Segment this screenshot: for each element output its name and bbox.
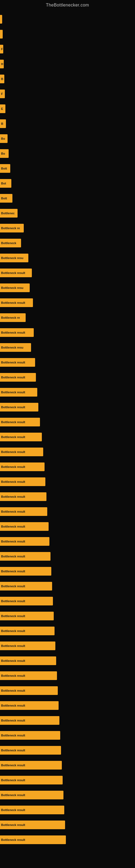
bar-label: Bottleneck result [1,749,26,752]
bar: Bottleneck result [0,477,45,486]
bar: Bottleneck resu [0,254,28,262]
bar: Bottleneck result [0,671,57,680]
bar-row: Bottleneck resu [0,340,135,355]
bar-row: Bottleneck result [0,265,135,280]
bar-label: F [1,48,3,51]
bar-row: Bottleneck result [0,534,135,549]
bar-label: Bottleneck result [1,808,26,812]
bar-row: Bottleneck result [0,325,135,340]
bar-label: Bottleneck result [1,569,26,573]
bar-row: Bottlenec [0,206,135,220]
bar-row: E [0,101,135,116]
bar-label: H [1,62,4,66]
bar: Bottleneck result [0,299,33,307]
bar-label: Bo [1,152,6,155]
bar-label: Bottleneck resu [1,256,25,259]
bar-label: Bottleneck result [1,794,26,797]
bar: Bott [0,164,10,173]
bar: Bo [0,149,9,158]
bar-label: Bottlenec [1,212,16,215]
bar: Bottleneck result [0,328,34,337]
bar-label: Bott [1,167,8,170]
bar-label: B [1,77,4,81]
bar: Bottleneck result [0,492,46,501]
bar-label: Bottleneck result [1,585,26,588]
bar-label: Bottleneck result [1,495,26,498]
bar-row: Bottleneck result [0,295,135,310]
bar-label: Bottleneck re [1,316,21,319]
bar-label: Bottleneck result [1,435,26,439]
bar: Bottleneck resu [0,283,30,292]
bar-row: Bottleneck result [0,609,135,623]
bar-label: F [1,92,4,95]
site-title-text: TheBottlenecker.com [0,0,135,9]
bar-row: Bottleneck result [0,549,135,564]
bar-label: E [1,107,4,111]
bar-label: Bottleneck result [1,510,26,513]
bar-row: F [0,86,135,101]
bar-row: Bottleneck result [0,504,135,519]
bar-label: Bottleneck result [1,614,26,618]
bar-row: Bottleneck result [0,429,135,444]
bar-row: Bottleneck re [0,310,135,325]
bar-row: Bottleneck result [0,593,135,609]
bar-row: Bottleneck result [0,802,135,817]
bar-label: Bottleneck result [1,465,26,468]
bar-row: Bott [0,191,135,206]
bar-row [0,27,135,41]
bar-row: Bottleneck result [0,489,135,504]
bar-label: Bottleneck result [1,391,26,394]
bar-row: Bottleneck result [0,370,135,384]
bar: Bottleneck result [0,418,40,426]
bar: Bottleneck result [0,731,60,740]
bar-row: Bottleneck result [0,757,135,773]
bar: Bottleneck [0,239,21,247]
bar-row: Bottleneck result [0,474,135,489]
bar-row: Bottleneck result [0,564,135,579]
bar-row: B [0,116,135,131]
bars-container: FHBFEBBoBoBottBotBottBottlenecBottleneck… [0,9,135,850]
bar: B [0,119,6,128]
bar: Bottlenec [0,209,17,218]
bar: Bottleneck resu [0,343,31,352]
bar-row: Bottleneck result [0,653,135,668]
bar-row: Bottleneck result [0,832,135,847]
bar-row: Bottleneck result [0,459,135,474]
bar-row: Bottleneck result [0,444,135,459]
bar [0,15,2,24]
bar-row: Bottleneck [0,236,135,250]
bar: Bottleneck result [0,507,47,516]
bar-label: Bottleneck result [1,405,26,409]
bar: Bottleneck result [0,701,58,710]
bar-label: Bottleneck result [1,659,26,662]
bar-label: Bottleneck result [1,629,26,632]
bar: Bottleneck result [0,806,64,814]
bar: Bottleneck result [0,642,55,650]
bar-row [0,12,135,27]
bar: Bottleneck result [0,552,50,561]
bar-row: Bottleneck resu [0,280,135,295]
bar-label: Bottleneck result [1,555,26,558]
bar-label: Bottleneck result [1,376,26,379]
bar-label: Bottleneck result [1,301,26,304]
bar-row: Bottleneck result [0,683,135,698]
bar: Bottleneck re [0,313,26,322]
bar-row: Bottleneck result [0,384,135,400]
bar-row: Bottleneck result [0,355,135,370]
bar [0,30,3,38]
bar-label: Bottleneck result [1,480,26,484]
bar: Bottleneck result [0,358,35,367]
bar: Bottleneck result [0,627,54,635]
bar-label: Bottleneck [1,241,17,245]
bar: Bottleneck result [0,761,62,770]
bar-label: Bottleneck result [1,361,26,364]
bar-row: Bottleneck result [0,743,135,757]
bar: Bottleneck result [0,388,37,397]
bar-row: Bott [0,161,135,176]
bar: Bottleneck result [0,835,66,844]
bar: Bottleneck result [0,686,58,695]
bar: Bottleneck result [0,567,51,576]
bar-row: Bottleneck result [0,638,135,653]
bar: Bottleneck result [0,820,65,829]
bar-label: Bottleneck result [1,778,26,782]
